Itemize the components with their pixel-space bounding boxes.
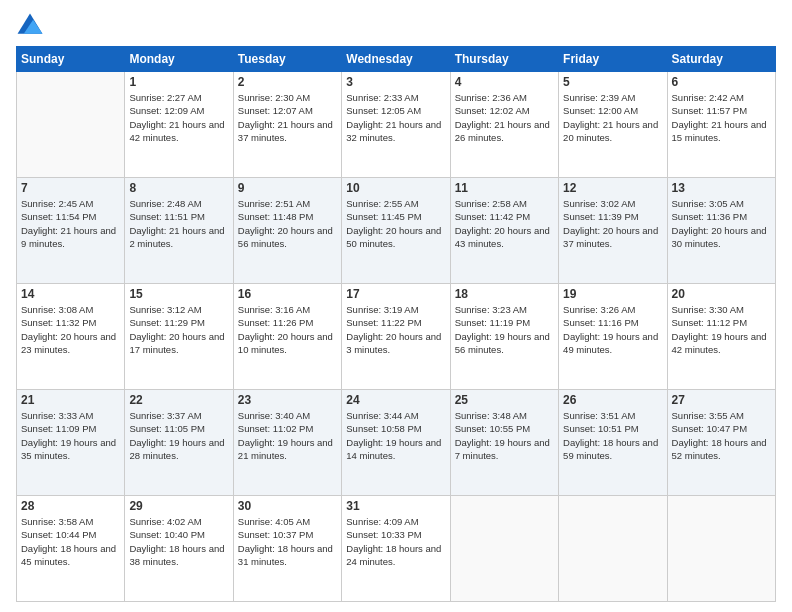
calendar-day-cell: 3Sunrise: 2:33 AMSunset: 12:05 AMDayligh… <box>342 72 450 178</box>
day-info: Sunrise: 3:19 AMSunset: 11:22 PMDaylight… <box>346 303 445 356</box>
calendar-day-cell: 5Sunrise: 2:39 AMSunset: 12:00 AMDayligh… <box>559 72 667 178</box>
logo-icon <box>16 12 44 40</box>
day-number: 10 <box>346 181 445 195</box>
day-info: Sunrise: 3:02 AMSunset: 11:39 PMDaylight… <box>563 197 662 250</box>
day-number: 7 <box>21 181 120 195</box>
day-info: Sunrise: 3:16 AMSunset: 11:26 PMDaylight… <box>238 303 337 356</box>
day-number: 2 <box>238 75 337 89</box>
day-info: Sunrise: 2:55 AMSunset: 11:45 PMDaylight… <box>346 197 445 250</box>
calendar-day-cell: 12Sunrise: 3:02 AMSunset: 11:39 PMDaylig… <box>559 178 667 284</box>
day-info: Sunrise: 2:58 AMSunset: 11:42 PMDaylight… <box>455 197 554 250</box>
calendar-day-cell: 4Sunrise: 2:36 AMSunset: 12:02 AMDayligh… <box>450 72 558 178</box>
day-info: Sunrise: 2:51 AMSunset: 11:48 PMDaylight… <box>238 197 337 250</box>
calendar-day-cell: 15Sunrise: 3:12 AMSunset: 11:29 PMDaylig… <box>125 284 233 390</box>
day-info: Sunrise: 2:48 AMSunset: 11:51 PMDaylight… <box>129 197 228 250</box>
day-info: Sunrise: 2:30 AMSunset: 12:07 AMDaylight… <box>238 91 337 144</box>
day-number: 3 <box>346 75 445 89</box>
calendar-day-cell: 9Sunrise: 2:51 AMSunset: 11:48 PMDayligh… <box>233 178 341 284</box>
day-number: 17 <box>346 287 445 301</box>
calendar-day-cell: 18Sunrise: 3:23 AMSunset: 11:19 PMDaylig… <box>450 284 558 390</box>
calendar-day-cell: 21Sunrise: 3:33 AMSunset: 11:09 PMDaylig… <box>17 390 125 496</box>
day-number: 27 <box>672 393 771 407</box>
day-number: 23 <box>238 393 337 407</box>
day-number: 20 <box>672 287 771 301</box>
calendar-day-cell: 6Sunrise: 2:42 AMSunset: 11:57 PMDayligh… <box>667 72 775 178</box>
calendar-day-cell: 31Sunrise: 4:09 AMSunset: 10:33 PMDaylig… <box>342 496 450 602</box>
logo <box>16 12 48 40</box>
calendar-header-friday: Friday <box>559 47 667 72</box>
day-info: Sunrise: 3:23 AMSunset: 11:19 PMDaylight… <box>455 303 554 356</box>
day-number: 21 <box>21 393 120 407</box>
day-number: 25 <box>455 393 554 407</box>
calendar-day-cell <box>450 496 558 602</box>
calendar-day-cell: 26Sunrise: 3:51 AMSunset: 10:51 PMDaylig… <box>559 390 667 496</box>
day-info: Sunrise: 3:58 AMSunset: 10:44 PMDaylight… <box>21 515 120 568</box>
calendar-day-cell: 7Sunrise: 2:45 AMSunset: 11:54 PMDayligh… <box>17 178 125 284</box>
day-number: 5 <box>563 75 662 89</box>
day-number: 16 <box>238 287 337 301</box>
day-number: 14 <box>21 287 120 301</box>
calendar-week-row: 7Sunrise: 2:45 AMSunset: 11:54 PMDayligh… <box>17 178 776 284</box>
day-number: 19 <box>563 287 662 301</box>
calendar-day-cell: 22Sunrise: 3:37 AMSunset: 11:05 PMDaylig… <box>125 390 233 496</box>
calendar-header-sunday: Sunday <box>17 47 125 72</box>
day-info: Sunrise: 3:37 AMSunset: 11:05 PMDaylight… <box>129 409 228 462</box>
day-info: Sunrise: 3:33 AMSunset: 11:09 PMDaylight… <box>21 409 120 462</box>
day-number: 18 <box>455 287 554 301</box>
day-number: 11 <box>455 181 554 195</box>
day-info: Sunrise: 2:45 AMSunset: 11:54 PMDaylight… <box>21 197 120 250</box>
day-info: Sunrise: 3:08 AMSunset: 11:32 PMDaylight… <box>21 303 120 356</box>
day-number: 9 <box>238 181 337 195</box>
day-info: Sunrise: 3:44 AMSunset: 10:58 PMDaylight… <box>346 409 445 462</box>
calendar-day-cell: 13Sunrise: 3:05 AMSunset: 11:36 PMDaylig… <box>667 178 775 284</box>
day-info: Sunrise: 3:26 AMSunset: 11:16 PMDaylight… <box>563 303 662 356</box>
calendar-table: SundayMondayTuesdayWednesdayThursdayFrid… <box>16 46 776 602</box>
calendar-header-saturday: Saturday <box>667 47 775 72</box>
calendar-day-cell: 19Sunrise: 3:26 AMSunset: 11:16 PMDaylig… <box>559 284 667 390</box>
day-info: Sunrise: 2:39 AMSunset: 12:00 AMDaylight… <box>563 91 662 144</box>
day-info: Sunrise: 4:02 AMSunset: 10:40 PMDaylight… <box>129 515 228 568</box>
calendar-week-row: 28Sunrise: 3:58 AMSunset: 10:44 PMDaylig… <box>17 496 776 602</box>
day-info: Sunrise: 2:33 AMSunset: 12:05 AMDaylight… <box>346 91 445 144</box>
calendar-day-cell: 8Sunrise: 2:48 AMSunset: 11:51 PMDayligh… <box>125 178 233 284</box>
day-number: 12 <box>563 181 662 195</box>
page: SundayMondayTuesdayWednesdayThursdayFrid… <box>0 0 792 612</box>
day-info: Sunrise: 3:12 AMSunset: 11:29 PMDaylight… <box>129 303 228 356</box>
calendar-header-row: SundayMondayTuesdayWednesdayThursdayFrid… <box>17 47 776 72</box>
calendar-day-cell: 30Sunrise: 4:05 AMSunset: 10:37 PMDaylig… <box>233 496 341 602</box>
header <box>16 12 776 40</box>
day-info: Sunrise: 4:09 AMSunset: 10:33 PMDaylight… <box>346 515 445 568</box>
calendar-day-cell: 24Sunrise: 3:44 AMSunset: 10:58 PMDaylig… <box>342 390 450 496</box>
day-info: Sunrise: 2:27 AMSunset: 12:09 AMDaylight… <box>129 91 228 144</box>
day-number: 28 <box>21 499 120 513</box>
day-number: 6 <box>672 75 771 89</box>
calendar-day-cell: 29Sunrise: 4:02 AMSunset: 10:40 PMDaylig… <box>125 496 233 602</box>
calendar-day-cell: 20Sunrise: 3:30 AMSunset: 11:12 PMDaylig… <box>667 284 775 390</box>
calendar-header-monday: Monday <box>125 47 233 72</box>
calendar-day-cell: 25Sunrise: 3:48 AMSunset: 10:55 PMDaylig… <box>450 390 558 496</box>
calendar-day-cell <box>559 496 667 602</box>
calendar-day-cell: 2Sunrise: 2:30 AMSunset: 12:07 AMDayligh… <box>233 72 341 178</box>
day-number: 15 <box>129 287 228 301</box>
day-info: Sunrise: 2:42 AMSunset: 11:57 PMDaylight… <box>672 91 771 144</box>
calendar-day-cell <box>17 72 125 178</box>
calendar-day-cell: 11Sunrise: 2:58 AMSunset: 11:42 PMDaylig… <box>450 178 558 284</box>
day-info: Sunrise: 3:05 AMSunset: 11:36 PMDaylight… <box>672 197 771 250</box>
day-number: 13 <box>672 181 771 195</box>
calendar-header-tuesday: Tuesday <box>233 47 341 72</box>
calendar-day-cell: 23Sunrise: 3:40 AMSunset: 11:02 PMDaylig… <box>233 390 341 496</box>
day-number: 24 <box>346 393 445 407</box>
day-info: Sunrise: 3:48 AMSunset: 10:55 PMDaylight… <box>455 409 554 462</box>
day-info: Sunrise: 3:51 AMSunset: 10:51 PMDaylight… <box>563 409 662 462</box>
day-number: 8 <box>129 181 228 195</box>
calendar-day-cell: 27Sunrise: 3:55 AMSunset: 10:47 PMDaylig… <box>667 390 775 496</box>
calendar-header-wednesday: Wednesday <box>342 47 450 72</box>
day-info: Sunrise: 3:40 AMSunset: 11:02 PMDaylight… <box>238 409 337 462</box>
calendar-week-row: 21Sunrise: 3:33 AMSunset: 11:09 PMDaylig… <box>17 390 776 496</box>
day-number: 4 <box>455 75 554 89</box>
calendar-day-cell: 10Sunrise: 2:55 AMSunset: 11:45 PMDaylig… <box>342 178 450 284</box>
day-info: Sunrise: 3:55 AMSunset: 10:47 PMDaylight… <box>672 409 771 462</box>
day-number: 31 <box>346 499 445 513</box>
day-info: Sunrise: 4:05 AMSunset: 10:37 PMDaylight… <box>238 515 337 568</box>
day-number: 30 <box>238 499 337 513</box>
